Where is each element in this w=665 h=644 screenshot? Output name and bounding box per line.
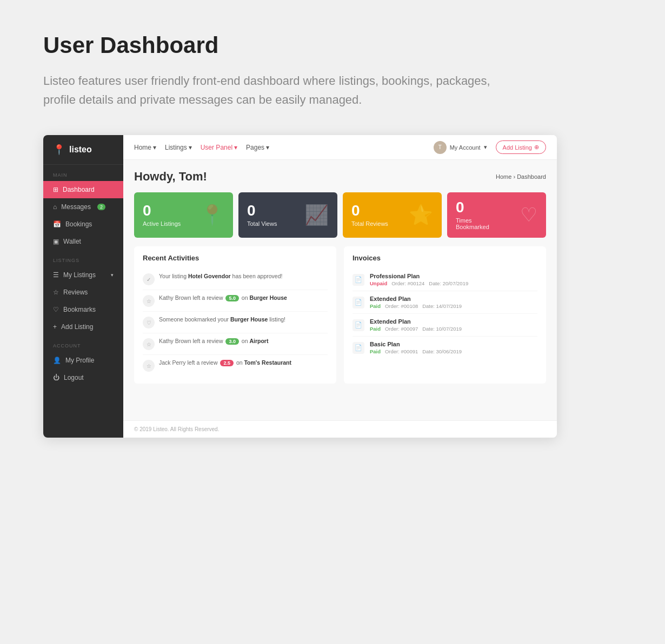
list-item: 📄 Basic Plan Paid Order: #00091 Date: 30… xyxy=(353,337,537,359)
heart-icon: ♡ xyxy=(143,317,155,328)
sidebar-item-logout[interactable]: ⏻ Logout xyxy=(43,369,123,386)
messages-badge: 2 xyxy=(97,204,105,210)
sidebar-section-account: ACCOUNT xyxy=(43,336,123,352)
add-listing-button[interactable]: Add Listing ⊕ xyxy=(496,140,546,154)
chevron-down-icon: ▾ xyxy=(189,144,192,151)
activity-text: Jack Perry left a review 2.5 on Tom's Re… xyxy=(159,359,291,366)
nav-home[interactable]: Home ▾ xyxy=(134,144,156,151)
activity-text: Kathy Brown left a review 3.0 on Airport xyxy=(159,338,268,345)
invoice-name: Basic Plan xyxy=(370,341,462,347)
active-listings-number: 0 xyxy=(143,203,181,218)
total-views-number: 0 xyxy=(247,203,277,218)
dashboard-icon: ⊞ xyxy=(53,186,58,193)
sidebar-logo: 📍 listeo xyxy=(43,135,123,165)
logo-text: listeo xyxy=(69,145,92,155)
stat-card-total-reviews: 0 Total Reviews ⭐ xyxy=(343,192,442,238)
sidebar: 📍 listeo MAIN ⊞ Dashboard ⌂ Messages 2 📅… xyxy=(43,135,123,438)
star-icon: ☆ xyxy=(143,360,155,372)
sidebar-item-label: Reviews xyxy=(63,289,88,296)
star-icon: ☆ xyxy=(143,295,155,307)
profile-icon: 👤 xyxy=(53,357,61,364)
invoice-meta: Unpaid Order: #00124 Date: 20/07/2019 xyxy=(370,280,468,286)
stat-card-bookmarked: 0 TimesBookmarked ♡ xyxy=(447,192,546,238)
sidebar-item-my-listings[interactable]: ☰ My Listings ▾ xyxy=(43,266,123,284)
navbar: Home ▾ Listings ▾ User Panel ▾ Pages ▾ T… xyxy=(123,135,557,160)
sidebar-item-label: Dashboard xyxy=(63,186,95,193)
plus-icon: ⊕ xyxy=(534,144,539,151)
listings-icon: ☰ xyxy=(53,271,59,279)
list-item: ☆ Jack Perry left a review 2.5 on Tom's … xyxy=(143,355,328,376)
footer-text: © 2019 Listeo. All Rights Reserved. xyxy=(134,426,219,432)
sidebar-item-add-listing[interactable]: + Add Listing xyxy=(43,318,123,336)
lower-section: Recent Activities ✓ Your listing Hotel G… xyxy=(134,246,546,384)
stat-card-total-views: 0 Total Views 📈 xyxy=(238,192,337,238)
invoices-title: Invoices xyxy=(353,254,537,262)
document-icon: 📄 xyxy=(353,319,364,331)
add-icon: + xyxy=(53,323,57,331)
dash-header: Howdy, Tom! Home › Dashboard xyxy=(134,170,546,184)
sidebar-item-messages[interactable]: ⌂ Messages 2 xyxy=(43,198,123,216)
list-item: ♡ Someone bookmarked your Burger House l… xyxy=(143,312,328,333)
sidebar-item-wallet[interactable]: ▣ Wallet xyxy=(43,233,123,250)
document-icon: 📄 xyxy=(353,342,364,354)
list-item: ☆ Kathy Brown left a review 5.0 on Burge… xyxy=(143,290,328,312)
bookmarks-icon: ♡ xyxy=(53,306,59,313)
sidebar-item-my-profile[interactable]: 👤 My Profile xyxy=(43,352,123,369)
bookmarked-number: 0 xyxy=(456,200,489,215)
page-description: Listeo features user friendly front-end … xyxy=(43,71,508,109)
sidebar-item-label: Messages xyxy=(61,203,91,211)
map-pin-icon: 📍 xyxy=(200,204,224,226)
dashboard-area: Howdy, Tom! Home › Dashboard 0 Active Li… xyxy=(123,160,557,420)
chevron-down-icon: ▾ xyxy=(266,144,269,151)
messages-icon: ⌂ xyxy=(53,203,57,211)
arrow-icon: ▾ xyxy=(111,272,114,278)
total-reviews-label: Total Reviews xyxy=(351,220,388,227)
sidebar-item-bookmarks[interactable]: ♡ Bookmarks xyxy=(43,301,123,318)
stat-card-active-listings: 0 Active Listings 📍 xyxy=(134,192,233,238)
chevron-down-icon: ▾ xyxy=(234,144,237,151)
account-label: My Account xyxy=(450,144,481,151)
logout-icon: ⏻ xyxy=(53,374,59,381)
avatar: T xyxy=(434,141,447,154)
reviews-icon: ☆ xyxy=(53,289,59,296)
dashboard-footer: © 2019 Listeo. All Rights Reserved. xyxy=(123,420,557,438)
activities-title: Recent Activities xyxy=(143,254,328,262)
invoice-meta: Paid Order: #00091 Date: 30/06/2019 xyxy=(370,348,462,354)
total-reviews-number: 0 xyxy=(351,203,388,218)
nav-account[interactable]: T My Account ▾ xyxy=(434,141,487,154)
page-title: User Dashboard xyxy=(43,32,622,58)
invoice-meta: Paid Order: #00097 Date: 10/07/2019 xyxy=(370,326,462,332)
sidebar-item-dashboard[interactable]: ⊞ Dashboard xyxy=(43,181,123,198)
list-item: 📄 Extended Plan Paid Order: #00097 Date:… xyxy=(353,314,537,337)
logo-icon: 📍 xyxy=(53,144,65,156)
stat-cards: 0 Active Listings 📍 0 Total Views 📈 0 xyxy=(134,192,546,238)
sidebar-item-reviews[interactable]: ☆ Reviews xyxy=(43,284,123,301)
list-item: 📄 Professional Plan Unpaid Order: #00124… xyxy=(353,269,537,291)
wallet-icon: ▣ xyxy=(53,238,59,245)
list-item: ✓ Your listing Hotel Govendor has been a… xyxy=(143,269,328,290)
nav-pages[interactable]: Pages ▾ xyxy=(246,144,269,151)
sidebar-item-bookings[interactable]: 📅 Bookings xyxy=(43,216,123,233)
chevron-down-icon: ▾ xyxy=(484,144,487,151)
invoice-meta: Paid Order: #00108 Date: 14/07/2019 xyxy=(370,303,462,309)
sidebar-item-label: Add Listing xyxy=(61,323,93,331)
nav-user-panel[interactable]: User Panel ▾ xyxy=(201,144,237,151)
sidebar-section-listings: LISTINGS xyxy=(43,250,123,266)
sidebar-item-label: Bookings xyxy=(65,220,92,228)
nav-listings[interactable]: Listings ▾ xyxy=(165,144,192,151)
invoice-name: Extended Plan xyxy=(370,318,462,325)
sidebar-item-label: Wallet xyxy=(63,238,81,245)
document-icon: 📄 xyxy=(353,297,364,308)
sidebar-item-label: Logout xyxy=(64,374,84,381)
activity-text: Kathy Brown left a review 5.0 on Burger … xyxy=(159,294,287,301)
bookmarked-label: TimesBookmarked xyxy=(456,217,489,230)
sidebar-item-label: My Profile xyxy=(65,357,94,364)
activities-panel: Recent Activities ✓ Your listing Hotel G… xyxy=(134,246,336,384)
chart-icon: 📈 xyxy=(304,204,329,226)
breadcrumb: Home › Dashboard xyxy=(496,173,546,180)
list-item: ☆ Kathy Brown left a review 3.0 on Airpo… xyxy=(143,333,328,355)
check-icon: ✓ xyxy=(143,273,155,285)
activity-text: Someone bookmarked your Burger House lis… xyxy=(159,316,285,323)
document-icon: 📄 xyxy=(353,274,364,286)
greeting: Howdy, Tom! xyxy=(134,170,207,184)
